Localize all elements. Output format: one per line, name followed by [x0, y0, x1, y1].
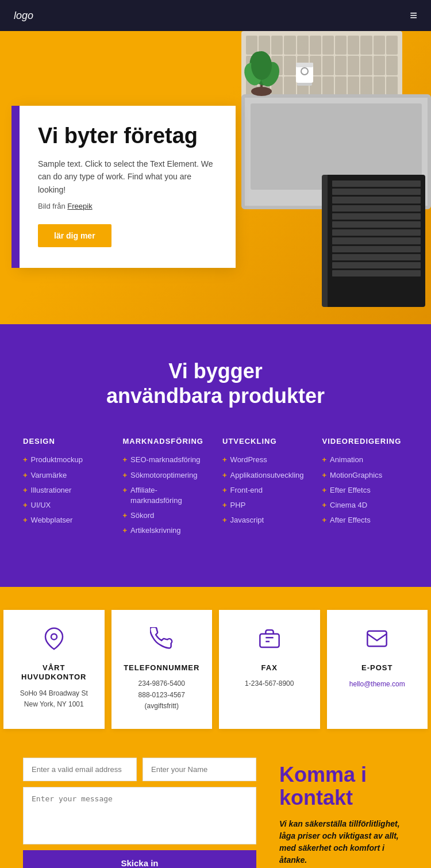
- service-column: DESIGN +Produktmockup+Varumärke+Illustra…: [23, 437, 109, 540]
- service-item: +PHP: [222, 500, 309, 510]
- email-input[interactable]: [23, 758, 137, 781]
- navbar: logo ≡: [0, 0, 431, 31]
- deco-plant: [241, 43, 282, 100]
- service-item: +Varumärke: [23, 470, 109, 481]
- hero-title: Vi byter företag: [38, 124, 215, 148]
- service-item: +Animation: [322, 455, 409, 465]
- message-textarea[interactable]: [23, 787, 256, 844]
- deco-notebook: [322, 175, 425, 307]
- hero-section: Vi byter företag Sample text. Click to s…: [0, 31, 431, 324]
- service-item: +After Effects: [322, 515, 409, 525]
- service-column: UTVECKLING +WordPress+Applikationsutveck…: [222, 437, 309, 540]
- contact-card-phone: TELEFONNUMMER234-9876-5400888-0123-4567 …: [111, 610, 213, 729]
- svg-rect-12: [368, 631, 387, 646]
- form-top-row: [23, 758, 256, 781]
- contact-card-email: E-POSThello@theme.com: [327, 610, 428, 729]
- service-heading: VIDEOREDIGERING: [322, 437, 409, 445]
- service-heading: UTVECKLING: [222, 437, 309, 445]
- service-heading: MARKNADSFÖRING: [123, 437, 209, 445]
- contact-heading: Komma i kontakt: [279, 763, 408, 809]
- services-grid: DESIGN +Produktmockup+Varumärke+Illustra…: [23, 437, 408, 540]
- hero-body-text: Sample text. Click to select the Text El…: [38, 158, 215, 196]
- hero-source-link[interactable]: Freepik: [67, 202, 92, 210]
- service-item: +Sökord: [123, 510, 209, 521]
- svg-point-5: [251, 51, 272, 80]
- hero-card: Vi byter företag Sample text. Click to s…: [17, 106, 236, 268]
- contact-italic-text: Vi kan säkerställa tillförlitlighet, låg…: [279, 818, 408, 866]
- nav-menu-icon[interactable]: ≡: [410, 8, 417, 23]
- service-item: +Front-end: [222, 485, 309, 496]
- service-item: +MotionGraphics: [322, 470, 409, 481]
- contact-card-fax: FAX1-234-567-8900: [219, 610, 320, 729]
- name-input[interactable]: [143, 758, 256, 781]
- service-item: +Affiliate-marknadsföring: [123, 485, 209, 506]
- service-item: +Illustrationer: [23, 485, 109, 496]
- contact-form: Skicka in: [23, 758, 256, 868]
- contact-card-text: 1-234-567-8900: [230, 678, 309, 689]
- contact-card-heading: E-POST: [338, 663, 417, 673]
- service-item: +UI/UX: [23, 500, 109, 510]
- svg-rect-7: [296, 63, 313, 67]
- service-item: +Webbplatser: [23, 515, 109, 525]
- email-icon: [338, 627, 417, 655]
- contact-cards-section: VÅRT HUVUDKONTORSoHo 94 Broadway St New …: [0, 587, 431, 752]
- service-heading: DESIGN: [23, 437, 109, 445]
- submit-button[interactable]: Skicka in: [23, 850, 256, 868]
- contact-card-text: SoHo 94 Broadway St New York, NY 1001: [15, 688, 93, 710]
- service-item: +Cinema 4D: [322, 500, 409, 510]
- location-icon: [15, 627, 93, 655]
- service-column: VIDEOREDIGERING +Animation+MotionGraphic…: [322, 437, 409, 540]
- hero-accent-bar: [11, 106, 20, 268]
- service-item: +Sökmotoroptimering: [123, 470, 209, 481]
- contact-card-heading: FAX: [230, 663, 309, 673]
- fax-icon: [230, 627, 309, 655]
- services-section: Vi bygger användbara produkter DESIGN +P…: [0, 324, 431, 587]
- service-column: MARKNADSFÖRING +SEO-marknadsföring+Sökmo…: [123, 437, 209, 540]
- service-item: +Javascript: [222, 515, 309, 525]
- service-item: +Artikelskrivning: [123, 525, 209, 536]
- hero-source: Bild från Freepik: [38, 202, 215, 210]
- phone-icon: [123, 627, 201, 655]
- service-item: +Efter Effetcs: [322, 485, 409, 496]
- contact-info: Komma i kontakt Vi kan säkerställa tillf…: [279, 758, 408, 868]
- hero-cta-button[interactable]: lär dig mer: [38, 224, 111, 247]
- service-item: +SEO-marknadsföring: [123, 455, 209, 465]
- contact-section: Skicka in Komma i kontakt Vi kan säkerst…: [0, 752, 431, 868]
- service-item: +WordPress: [222, 455, 309, 465]
- svg-rect-11: [260, 633, 279, 647]
- contact-card-heading: TELEFONNUMMER: [123, 663, 201, 673]
- services-title: Vi bygger användbara produkter: [23, 359, 408, 408]
- svg-point-10: [51, 633, 57, 639]
- svg-rect-8: [297, 83, 312, 86]
- service-item: +Produktmockup: [23, 455, 109, 465]
- deco-cup: [293, 60, 319, 94]
- nav-logo: logo: [14, 10, 33, 22]
- contact-email-link[interactable]: hello@theme.com: [349, 680, 405, 688]
- contact-card-location: VÅRT HUVUDKONTORSoHo 94 Broadway St New …: [3, 610, 105, 729]
- contact-card-heading: VÅRT HUVUDKONTOR: [15, 663, 93, 683]
- service-item: +Applikationsutveckling: [222, 470, 309, 481]
- contact-card-phone: 234-9876-5400888-0123-4567 (avgiftsfritt…: [123, 678, 201, 712]
